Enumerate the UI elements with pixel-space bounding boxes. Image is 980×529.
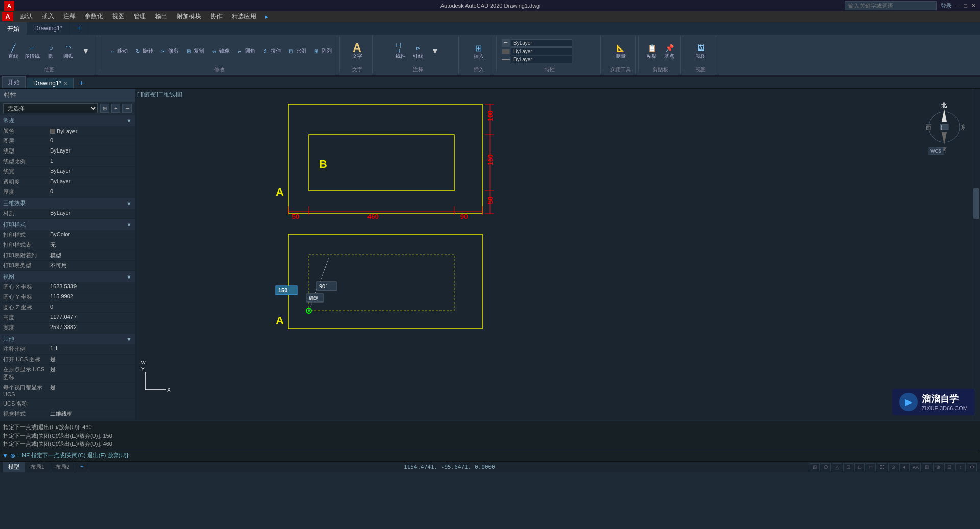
drawing-area[interactable]: [-][俯视][二维线框] X Y W B A <box>135 89 980 420</box>
status-tab-model[interactable]: 模型 <box>3 462 25 472</box>
prop-section-general[interactable]: 常规 ▼ <box>0 115 135 126</box>
btn-stretch[interactable]: ⇕ 拉伸 <box>258 45 283 57</box>
status-icon-ortho[interactable]: △ <box>832 463 842 471</box>
watermark-logo: ▶ <box>899 393 918 411</box>
close-icon[interactable]: ✕ <box>971 3 976 9</box>
watermark: ▶ 溜溜自学 ZIXUE.3D66.COM <box>892 389 975 415</box>
btn-polyline[interactable]: ⌐ 多段线 <box>22 42 42 60</box>
close-tab-icon[interactable]: ✕ <box>63 81 67 86</box>
tab-start-page[interactable]: 开始 <box>2 76 26 88</box>
btn-arc[interactable]: ◠ 圆弧 <box>60 42 77 60</box>
menu-view[interactable]: 视图 <box>108 11 129 22</box>
prop-object-selector[interactable]: 无选择 <box>3 103 98 113</box>
menu-insert[interactable]: 插入 <box>38 11 58 22</box>
prop-section-misc[interactable]: 其他 ▼ <box>0 334 135 344</box>
ribbon-group-view: 🖼 视图 视图 <box>685 36 716 74</box>
prop-icon-3[interactable]: ☰ <box>122 104 132 113</box>
btn-rotate[interactable]: ↻ 旋转 <box>131 45 155 57</box>
ribbon-group-insert: ⊞ 插入 插入 <box>463 36 494 74</box>
status-icon-polar[interactable]: ⊡ <box>843 463 853 471</box>
cmd-icon-2[interactable]: ⊗ <box>10 452 15 459</box>
btn-trim[interactable]: ✂ 修剪 <box>156 45 181 57</box>
search-input[interactable] <box>845 1 937 10</box>
linetype-dropdown[interactable]: ByLayer <box>511 56 572 63</box>
menu-default[interactable]: 默认 <box>16 11 37 22</box>
tab-add[interactable]: + <box>70 22 88 35</box>
menu-collab[interactable]: 协作 <box>206 11 227 22</box>
cmd-icon-1[interactable]: ▼ <box>2 452 8 459</box>
status-icon-snap[interactable]: ∅ <box>821 463 831 471</box>
btn-measure[interactable]: 📐 测量 <box>612 42 629 60</box>
btn-insert[interactable]: ⊞ 插入 <box>471 42 487 60</box>
btn-dim-more[interactable]: ▼ <box>427 45 444 57</box>
layer-dropdown[interactable]: ByLayer <box>511 39 572 47</box>
btn-dim-smart[interactable]: ⊳ 引线 <box>410 42 426 60</box>
label-a-top: A <box>276 186 284 198</box>
status-icon-qprops[interactable]: AA <box>911 463 921 471</box>
login-button[interactable]: 登录 <box>941 2 952 10</box>
btn-view[interactable]: 🖼 视图 <box>693 42 709 60</box>
btn-scale[interactable]: ⊡ 比例 <box>284 45 308 57</box>
tab-drawing1[interactable]: Drawing1* <box>27 22 70 35</box>
status-icon-lineweight[interactable]: ⊙ <box>888 463 898 471</box>
menu-parametric[interactable]: 参数化 <box>81 11 107 22</box>
menu-addons[interactable]: 附加模块 <box>173 11 205 22</box>
prop-section-view[interactable]: 视图 ▼ <box>0 271 135 282</box>
prop-section-3d[interactable]: 三维效果 ▼ <box>0 198 135 209</box>
btn-paste-options[interactable]: 📌 基点 <box>661 42 677 60</box>
status-icon-transp[interactable]: ♦ <box>899 463 910 471</box>
status-tab-layout1[interactable]: 布局1 <box>25 462 50 472</box>
status-icon-anno[interactable]: ⊕ <box>933 463 943 471</box>
menu-expand[interactable]: ▸ <box>261 12 273 21</box>
btn-array[interactable]: ⊞ 阵列 <box>309 45 334 57</box>
text-tools: A 文字 <box>345 37 369 65</box>
status-icon-units[interactable]: ↕ <box>955 463 966 471</box>
btn-more-draw[interactable]: ▼ <box>78 45 94 57</box>
prop-row-plotstyle-type: 打印表类型 不可用 <box>0 261 135 271</box>
btn-copy[interactable]: ⊞ 复制 <box>182 45 206 57</box>
tab-start[interactable]: 开始 <box>0 22 27 35</box>
status-icon-osnap[interactable]: ∟ <box>854 463 865 471</box>
status-tab-add[interactable]: + <box>75 462 89 472</box>
prop-icon-1[interactable]: ⊞ <box>100 104 109 113</box>
menu-annotate[interactable]: 注释 <box>59 11 80 22</box>
app-icon: A <box>4 1 14 11</box>
ribbon-group-clipboard: 📋 粘贴 📌 基点 剪贴板 <box>641 36 681 74</box>
status-tab-layout2[interactable]: 布局2 <box>50 462 75 472</box>
prop-row-plotstyle-table: 打印样式表 无 <box>0 240 135 250</box>
menu-featured[interactable]: 精选应用 <box>228 11 260 22</box>
btn-fillet[interactable]: ⌐ 圆角 <box>233 45 257 57</box>
prop-icon-2[interactable]: ✦ <box>111 104 120 113</box>
menu-manage[interactable]: 管理 <box>130 11 150 22</box>
maximize-icon[interactable]: □ <box>964 3 967 9</box>
status-icon-grid[interactable]: ⊞ <box>810 463 820 471</box>
status-icon-sel[interactable]: ⊞ <box>922 463 932 471</box>
cmd-input[interactable] <box>132 452 978 459</box>
status-icon-dynmode[interactable]: ☵ <box>877 463 887 471</box>
menu-output[interactable]: 输出 <box>151 11 172 22</box>
btn-line[interactable]: ╱ 直线 <box>5 42 21 60</box>
vscroll-thumb[interactable] <box>973 188 979 219</box>
tab-new[interactable]: + <box>75 77 87 88</box>
vscrollbar[interactable] <box>973 89 980 420</box>
dim-text-100: 100 <box>486 110 494 121</box>
status-icon-settings[interactable]: ⚙ <box>967 463 977 471</box>
btn-circle[interactable]: ○ 圆 <box>43 42 59 60</box>
cmd-line-2: 指定下一点或[关闭(C)/退出(E)/放弃(U)]: 150 <box>3 432 977 440</box>
btn-mirror[interactable]: ⇔ 镜像 <box>207 45 232 57</box>
tab-drawing1[interactable]: Drawing1* ✕ <box>27 78 74 88</box>
prop-section-print[interactable]: 打印样式 ▼ <box>0 219 135 230</box>
btn-move[interactable]: ↔ 移动 <box>105 45 130 57</box>
autocad-menu-icon[interactable]: A <box>2 12 13 21</box>
btn-properties[interactable]: ☰ <box>502 39 510 47</box>
tooltip-confirm: 确定 <box>308 295 319 301</box>
minimize-icon[interactable]: ─ <box>956 3 960 9</box>
btn-text[interactable]: A 文字 <box>346 42 369 60</box>
color-dropdown[interactable]: ByLayer <box>511 47 572 55</box>
btn-dim-linear[interactable]: ⊢|⊣ 线性 <box>393 42 409 60</box>
btn-paste[interactable]: 📋 粘贴 <box>644 42 660 60</box>
annotation-tools: ⊢|⊣ 线性 ⊳ 引线 ▼ <box>380 37 455 65</box>
status-icon-workspace[interactable]: ⊟ <box>944 463 954 471</box>
modify-label: 修改 <box>105 65 334 73</box>
status-icon-otrack[interactable]: ≡ <box>866 463 876 471</box>
